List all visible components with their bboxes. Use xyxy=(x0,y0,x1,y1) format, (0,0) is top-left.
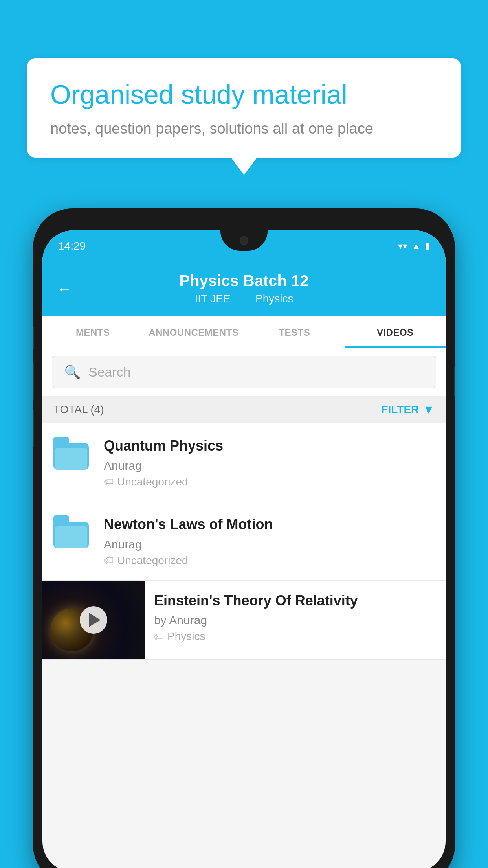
tab-announcements[interactable]: ANNOUNCEMENTS xyxy=(143,316,244,348)
video-info: Quantum Physics Anurag 🏷 Uncategorized xyxy=(104,437,435,488)
tag-icon: 🏷 xyxy=(154,631,164,643)
video-tag: 🏷 Uncategorized xyxy=(104,476,435,488)
status-icons: ▾▾ ▲ ▮ xyxy=(398,241,430,252)
video-author: Anurag xyxy=(104,459,435,473)
phone-frame: 14:29 ▾▾ ▲ ▮ ← Physics Batch 12 IIT JEE … xyxy=(33,208,455,868)
list-item[interactable]: Einstein's Theory Of Relativity by Anura… xyxy=(42,581,446,660)
video-info: Einstein's Theory Of Relativity by Anura… xyxy=(145,581,446,654)
video-author: Anurag xyxy=(104,538,435,551)
search-bar[interactable]: 🔍 Search xyxy=(52,356,436,388)
subtitle-separator xyxy=(242,292,248,305)
play-icon xyxy=(89,613,101,627)
volume-up-button xyxy=(33,362,34,401)
folder-front xyxy=(55,448,87,470)
power-button xyxy=(454,366,455,397)
signal-icon: ▲ xyxy=(411,241,421,252)
video-author: by Anurag xyxy=(154,614,436,627)
play-button[interactable] xyxy=(80,606,107,634)
search-icon: 🔍 xyxy=(64,364,81,380)
header-title: Physics Batch 12 xyxy=(58,271,430,290)
video-info: Newton's Laws of Motion Anurag 🏷 Uncateg… xyxy=(104,515,435,567)
tag-label: Uncategorized xyxy=(117,554,188,567)
phone-screen: 14:29 ▾▾ ▲ ▮ ← Physics Batch 12 IIT JEE … xyxy=(42,230,446,868)
filter-label: FILTER xyxy=(381,403,419,416)
volume-silent-button xyxy=(33,326,34,350)
tag-label: Uncategorized xyxy=(117,476,188,488)
video-title: Einstein's Theory Of Relativity xyxy=(154,592,436,610)
video-title: Newton's Laws of Motion xyxy=(104,515,435,534)
subtitle-physics: Physics xyxy=(255,292,293,305)
camera xyxy=(240,236,248,245)
folder-icon-container xyxy=(53,515,93,548)
back-button[interactable]: ← xyxy=(57,280,72,298)
subtitle-iitjee: IIT JEE xyxy=(194,292,230,305)
tag-label: Physics xyxy=(167,630,205,643)
battery-icon: ▮ xyxy=(425,241,430,252)
video-tag: 🏷 Physics xyxy=(154,630,436,643)
tab-tests[interactable]: TESTS xyxy=(244,316,345,348)
filter-funnel-icon: ▼ xyxy=(423,403,435,416)
video-thumbnail xyxy=(42,581,145,659)
header-subtitle: IIT JEE Physics xyxy=(58,292,430,305)
tag-icon: 🏷 xyxy=(104,554,114,566)
bubble-title: Organised study material xyxy=(50,79,438,111)
video-list: Quantum Physics Anurag 🏷 Uncategorized xyxy=(42,423,446,660)
list-item[interactable]: Newton's Laws of Motion Anurag 🏷 Uncateg… xyxy=(42,502,446,581)
folder-icon-container xyxy=(53,437,93,470)
search-container: 🔍 Search xyxy=(42,348,446,396)
tag-icon: 🏷 xyxy=(104,476,114,488)
status-time: 14:29 xyxy=(58,240,86,252)
status-bar: 14:29 ▾▾ ▲ ▮ xyxy=(42,230,446,262)
video-title: Quantum Physics xyxy=(104,437,435,455)
speech-bubble-container: Organised study material notes, question… xyxy=(27,58,461,158)
speech-bubble: Organised study material notes, question… xyxy=(27,58,461,158)
folder-front xyxy=(55,526,87,548)
app-header: ← Physics Batch 12 IIT JEE Physics xyxy=(42,262,446,316)
filter-bar: TOTAL (4) FILTER ▼ xyxy=(42,396,446,423)
filter-button[interactable]: FILTER ▼ xyxy=(381,403,435,416)
folder-icon xyxy=(53,438,89,470)
tab-videos[interactable]: VIDEOS xyxy=(345,316,446,348)
wifi-icon: ▾▾ xyxy=(398,241,407,252)
folder-icon xyxy=(53,517,89,548)
list-item[interactable]: Quantum Physics Anurag 🏷 Uncategorized xyxy=(42,423,446,502)
total-count: TOTAL (4) xyxy=(53,403,104,416)
bubble-subtitle: notes, question papers, solutions all at… xyxy=(50,120,438,137)
tab-ments[interactable]: MENTS xyxy=(42,316,143,348)
volume-down-button xyxy=(33,409,34,448)
search-placeholder: Search xyxy=(88,364,131,380)
video-tag: 🏷 Uncategorized xyxy=(104,554,435,567)
notch xyxy=(220,230,268,251)
tab-bar: MENTS ANNOUNCEMENTS TESTS VIDEOS xyxy=(42,316,446,348)
